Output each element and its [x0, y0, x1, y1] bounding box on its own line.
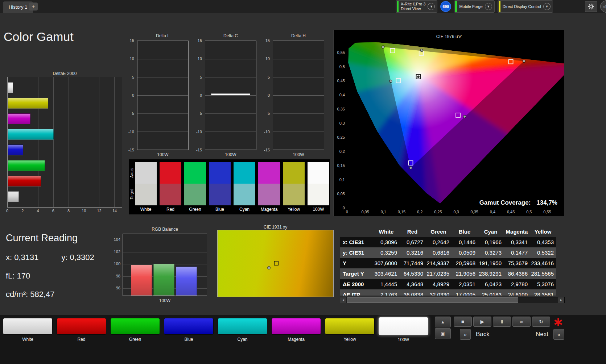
cell: 64,5330 — [399, 268, 425, 279]
patch-label: Magenta — [271, 337, 321, 342]
gridline — [137, 95, 188, 96]
swatch-column-magenta: Magenta — [258, 162, 280, 212]
tab-history-1[interactable]: History 1 — [3, 1, 33, 13]
axis-tick-label: 0,05 — [337, 192, 345, 196]
axis-tick-label: 0,1 — [339, 177, 345, 182]
axis-tick-label: 0 — [200, 93, 202, 97]
cell: 0,1966 — [478, 237, 504, 247]
scroll-right-button[interactable]: ► — [558, 297, 564, 303]
source-name: Mobile Forge — [459, 4, 482, 9]
app-window: History 1 + X-Rite i1Pro 3 Direct View ▼… — [0, 0, 606, 364]
delta-bar — [211, 93, 250, 96]
delta-c-chart: Delta C151050-5-10-15100W — [191, 33, 256, 158]
patch-swatch-white[interactable] — [3, 318, 53, 335]
fl-label: fL: — [6, 271, 15, 280]
patch-swatch-100w[interactable] — [379, 317, 428, 335]
cie1976-chart: 0,550,50,450,40,350,30,250,20,150,10,050… — [334, 30, 564, 216]
transport-refresh-button[interactable]: ↻ — [532, 317, 550, 327]
next-button[interactable]: » — [553, 329, 564, 340]
axis-tick-label: 12 — [97, 209, 101, 213]
target-swatch-red — [160, 184, 181, 205]
collapse-panel-button[interactable]: ◁ — [600, 0, 606, 13]
cell: 0,4353 — [530, 237, 556, 247]
y-label: y: — [61, 253, 67, 262]
chart-plot — [217, 230, 334, 297]
axis-tick-label: 98 — [116, 274, 120, 278]
cell: 6,0423 — [478, 279, 504, 289]
patch-up-button[interactable]: ▲ — [435, 317, 451, 327]
transport-loop-button[interactable]: ∞ — [512, 317, 531, 327]
cell: 4,3648 — [399, 279, 425, 289]
scroll-thumb[interactable] — [347, 297, 518, 303]
axis-tick-label: 0 — [6, 209, 8, 213]
patch-swatch-cyan[interactable] — [218, 318, 267, 335]
patch-swatch-blue[interactable] — [164, 318, 214, 335]
cell: 0,2642 — [425, 237, 452, 247]
patch-swatch-magenta[interactable] — [271, 318, 321, 335]
transport-stop-button[interactable]: ■ — [454, 317, 472, 327]
chevron-down-icon[interactable]: ▼ — [428, 3, 435, 10]
chevron-down-icon[interactable]: ▼ — [543, 3, 551, 10]
back-button[interactable]: « — [460, 329, 471, 340]
back-label[interactable]: Back — [476, 331, 490, 338]
next-label[interactable]: Next — [536, 331, 548, 338]
table-row: y: CIE310,32590,32160,68160,05090,32730,… — [340, 247, 556, 258]
gamut-coverage-label: Gamut Coverage: — [479, 199, 531, 206]
x-label: x: — [6, 253, 12, 262]
cell: 71,7449 — [399, 258, 425, 268]
cell: 2,9780 — [504, 279, 530, 289]
x-axis-label: 100W — [205, 152, 256, 157]
cell: 217,0235 — [425, 268, 452, 279]
settings-button[interactable] — [585, 1, 597, 12]
scroll-left-button[interactable]: ◄ — [340, 297, 346, 303]
table-row: Target Y303,462164,5330217,023521,905623… — [340, 268, 556, 279]
add-tab-button[interactable]: + — [29, 3, 38, 11]
axis-tick-label: 0,3 — [339, 121, 345, 125]
swatch-column-red: Red — [160, 162, 181, 212]
gridline — [123, 240, 207, 240]
display-control-selector[interactable]: Direct Display Control ▼ — [498, 0, 553, 13]
transport-play-button[interactable]: ▶ — [473, 317, 491, 327]
patch-label: 100W — [379, 337, 428, 342]
swatch-label: Green — [184, 207, 206, 212]
deltae-bar-100w — [8, 82, 13, 93]
cell: 238,9291 — [478, 268, 504, 279]
gridline — [137, 77, 188, 78]
patch-label: Blue — [164, 337, 214, 342]
axis-tick-label: -5 — [266, 111, 270, 116]
cell: 0,3341 — [504, 237, 530, 247]
table-row: Y307,600071,7449214,933720,5968191,19507… — [340, 258, 556, 268]
y-axis: 151050-5-10-15 — [123, 41, 136, 150]
alert-asterisk-icon: ∗ — [553, 314, 564, 330]
gear-icon — [588, 3, 594, 10]
transport-pause-button[interactable]: Ⅱ — [493, 317, 511, 327]
patch-magenta: Magenta — [271, 318, 321, 342]
chart-title: RGB Balance — [123, 227, 207, 232]
cie1931-chart: CIE 1931 xy — [217, 225, 334, 230]
source-selector[interactable]: Mobile Forge ▼ — [454, 0, 494, 13]
chevron-down-icon[interactable]: ▼ — [485, 3, 492, 10]
axis-tick-label: -5 — [198, 111, 202, 116]
patch-swatch-green[interactable] — [110, 318, 160, 335]
actual-swatch-cyan — [234, 162, 255, 184]
patch-row: WhiteRedGreenBlueCyanMagentaYellow100W — [3, 318, 428, 342]
table: WhiteRedGreenBlueCyanMagentaYellow x: CI… — [340, 226, 556, 296]
actual-swatch-magenta — [258, 162, 280, 184]
display-control-status-bar — [499, 1, 500, 12]
patch-window-button[interactable]: ▣ — [435, 328, 451, 339]
transport-controls: ■▶Ⅱ∞↻ — [454, 317, 550, 327]
patch-bar: WhiteRedGreenBlueCyanMagentaYellow100W ▲… — [0, 315, 606, 364]
measurement-count-badge: 698 — [440, 1, 451, 12]
table-scrollbar[interactable]: ◄ ► — [340, 297, 565, 303]
patch-swatch-yellow[interactable] — [325, 318, 375, 335]
rgb-bar-blue — [176, 267, 197, 296]
measured-point-red — [523, 60, 525, 62]
axis-tick-label: -10 — [196, 130, 202, 134]
patch-swatch-red[interactable] — [57, 318, 106, 335]
axis-tick-label: 0,15 — [398, 210, 405, 214]
meter-selector[interactable]: X-Rite i1Pro 3 Direct View ▼ — [396, 0, 437, 13]
row-label: x: CIE31 — [340, 237, 373, 247]
axis-tick-label: 4 — [37, 209, 39, 213]
chart-plot — [123, 234, 207, 296]
actual-swatch-yellow — [283, 162, 305, 184]
